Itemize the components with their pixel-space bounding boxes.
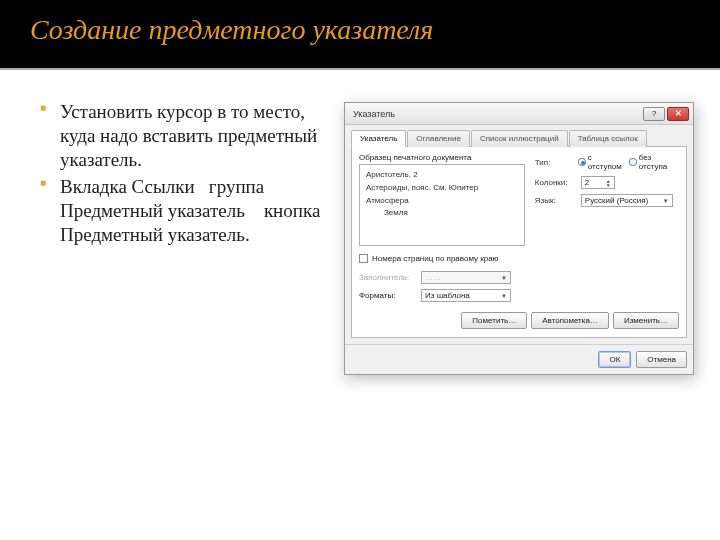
- language-label: Язык:: [535, 196, 577, 205]
- cancel-button[interactable]: Отмена: [636, 351, 687, 368]
- chevron-down-icon: ▼: [501, 293, 507, 299]
- preview-line: Астероиды, пояс. См. Юпитер: [366, 182, 518, 195]
- dialog-title: Указатель: [353, 109, 643, 119]
- help-button[interactable]: ?: [643, 107, 665, 121]
- radio-runin[interactable]: без отступа: [629, 153, 679, 171]
- preview-box: Аристотель, 2 Астероиды, пояс. См. Юпите…: [359, 164, 525, 246]
- close-button[interactable]: ✕: [667, 107, 689, 121]
- mark-entry-button[interactable]: Пометить…: [461, 312, 527, 329]
- language-dropdown[interactable]: Русский (Россия) ▼: [581, 194, 673, 207]
- chevron-down-icon: ▼: [501, 275, 507, 281]
- ok-button[interactable]: ОК: [598, 351, 631, 368]
- preview-label: Образец печатного документа: [359, 153, 525, 162]
- type-label: Тип:: [535, 158, 574, 167]
- bullet-list: Установить курсор в то место, куда надо …: [40, 100, 340, 375]
- columns-value: 2: [585, 178, 589, 187]
- language-value: Русский (Россия): [585, 196, 648, 205]
- automark-button[interactable]: Автопометка…: [531, 312, 609, 329]
- tab-index[interactable]: Указатель: [351, 130, 406, 147]
- leader-value: ……: [425, 273, 441, 282]
- index-dialog: Указатель ? ✕ Указатель Оглавление Списо…: [344, 102, 694, 375]
- preview-line: Атмосфера: [366, 195, 518, 208]
- leader-dropdown: …… ▼: [421, 271, 511, 284]
- tab-toc[interactable]: Оглавление: [407, 130, 470, 147]
- chevron-down-icon: ▼: [663, 198, 669, 204]
- leader-label: Заполнитель:: [359, 273, 415, 282]
- formats-label: Форматы:: [359, 291, 415, 300]
- tab-strip: Указатель Оглавление Список иллюстраций …: [351, 129, 687, 147]
- radio-icon: [629, 158, 637, 166]
- formats-value: Из шаблона: [425, 291, 470, 300]
- preview-line: Аристотель, 2: [366, 169, 518, 182]
- slide-title: Создание предметного указателя: [30, 14, 690, 46]
- tab-illustrations[interactable]: Список иллюстраций: [471, 130, 568, 147]
- radio-runin-label: без отступа: [639, 153, 679, 171]
- columns-label: Колонки:: [535, 178, 577, 187]
- formats-dropdown[interactable]: Из шаблона ▼: [421, 289, 511, 302]
- list-item: Установить курсор в то место, куда надо …: [40, 100, 340, 171]
- dialog-titlebar[interactable]: Указатель ? ✕: [345, 103, 693, 125]
- right-align-label: Номера страниц по правому краю: [372, 254, 499, 263]
- radio-icon: [578, 158, 586, 166]
- columns-spinner[interactable]: 2 ▲▼: [581, 176, 615, 189]
- spinner-arrows-icon: ▲▼: [606, 179, 611, 187]
- right-align-checkbox[interactable]: [359, 254, 368, 263]
- list-item: Вкладка Ссылки группа Предметный указате…: [40, 175, 340, 246]
- radio-indented-label: с отступом: [588, 153, 625, 171]
- radio-indented[interactable]: с отступом: [578, 153, 625, 171]
- modify-button[interactable]: Изменить…: [613, 312, 679, 329]
- preview-subline: Земля: [384, 207, 518, 220]
- tab-authorities[interactable]: Таблица ссылок: [569, 130, 647, 147]
